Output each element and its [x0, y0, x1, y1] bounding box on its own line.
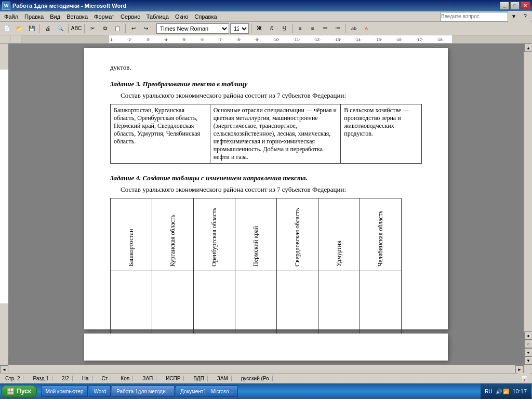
taskbar-word[interactable]: Word [89, 385, 111, 397]
new-button[interactable]: 📄 [1, 23, 12, 34]
rotated-cell-5: Свердловская область [277, 198, 318, 271]
status-page: Стр. 2 [2, 376, 23, 381]
taskbar: 🪟 Пуск Мой компьютер Word Работа 1для ме… [0, 383, 532, 399]
rotated-cell-4: Пермский край [235, 198, 277, 271]
help-button[interactable]: ? [520, 11, 531, 22]
menu-tools[interactable]: Сервис [117, 12, 143, 21]
status-lang: русский (Ро [238, 376, 273, 381]
rotated-cell-7: Челябинская область [360, 198, 402, 271]
lang-indicator: RU [485, 389, 492, 394]
menu-edit[interactable]: Правка [21, 12, 47, 21]
empty-cell-7 [360, 271, 402, 344]
rotated-cell-2: Курганская область [152, 198, 194, 271]
menu-format[interactable]: Формат [91, 12, 117, 21]
maximize-button[interactable]: □ [510, 2, 520, 10]
table-row-empty [111, 271, 402, 344]
task4-desc: Состав уральского экономического района … [110, 185, 422, 194]
bullets-button[interactable]: ≔ [332, 23, 343, 34]
task4-table: Башкортостан Курганская область Оренбург… [110, 198, 402, 344]
vertical-scrollbar[interactable]: ▲ ● ○ ● ▼ [524, 44, 532, 365]
align-left-button[interactable]: ≡ [295, 23, 306, 34]
start-button[interactable]: 🪟 Пуск [1, 385, 37, 397]
menu-insert[interactable]: Вставка [63, 12, 91, 21]
table-cell-1: Башкортостан, Курганская область, Оренбу… [111, 104, 210, 164]
scroll-down-button[interactable]: ▼ [524, 356, 532, 365]
redo-button[interactable]: ↪ [140, 23, 152, 34]
font-size-selector[interactable]: 12 [230, 23, 249, 34]
copy-button[interactable]: ⧉ [99, 23, 111, 34]
numbering-button[interactable]: ≔ [320, 23, 331, 34]
menu-view[interactable]: Вид [47, 12, 63, 21]
status-pagecount: 2/2 [59, 376, 73, 381]
document-area[interactable]: дуктов. Задание 3. Преобразование текста… [8, 44, 524, 365]
status-line: Ст [99, 376, 112, 381]
spell-button[interactable]: ABC [71, 23, 82, 34]
cut-button[interactable]: ✂ [87, 23, 98, 34]
scroll-up-button[interactable]: ▲ [524, 44, 532, 52]
vertical-ruler [0, 44, 8, 365]
table-row-rotated: Башкортостан Курганская область Оренбург… [111, 198, 402, 271]
task3-table: Башкортостан, Курганская область, Оренбу… [110, 104, 422, 164]
menu-table[interactable]: Таблица [143, 12, 172, 21]
horizontal-scrollbar: ◄ ► [0, 365, 532, 373]
ruler: ·1··2··3··4··5· ·6··7··8··9··10· ·11··12… [0, 35, 532, 44]
bold-button[interactable]: Ж [254, 23, 265, 34]
clock: 10:17 [512, 388, 527, 394]
font-color-button[interactable]: A [361, 23, 372, 34]
scroll-left-button[interactable]: ◄ [0, 365, 8, 374]
paste-button[interactable]: 📋 [112, 23, 123, 34]
status-col: Кол [117, 376, 133, 381]
scroll-browse-up[interactable]: ● [524, 331, 532, 340]
highlight-button[interactable]: ab [348, 23, 360, 34]
view-icon[interactable]: 📊 [518, 373, 530, 384]
task3-desc: Состав уральского экономического района … [110, 91, 422, 100]
align-center-button[interactable]: ≡ [307, 23, 318, 34]
taskbar-mycomputer[interactable]: Мой компьютер [41, 385, 88, 397]
status-zap: ЗАП [139, 376, 156, 381]
rotated-cell-1: Башкортостан [111, 198, 152, 271]
system-tray: RU 🔊 📶 10:17 [481, 383, 531, 399]
scroll-browse-select[interactable]: ○ [524, 340, 532, 348]
status-bar: Стр. 2 Разд 1 2/2 На Ст Кол ЗАП ИСПР ВДП… [0, 373, 532, 383]
status-zam: ЗАМ [214, 376, 232, 381]
rotated-cell-6: Удмуртия [318, 198, 360, 271]
taskbar-doc1[interactable]: Документ1 - Microso... [176, 385, 238, 397]
font-selector[interactable]: Times New Roman [156, 23, 229, 34]
open-button[interactable]: 📂 [14, 23, 25, 34]
save-button[interactable]: 💾 [26, 23, 37, 34]
status-ispr: ИСПР [163, 376, 184, 381]
rotated-cell-3: Оренбургская область [194, 198, 235, 271]
underline-button[interactable]: Ч [278, 23, 290, 34]
start-icon: 🪟 [7, 388, 15, 395]
tail-text: дуктов. [110, 63, 422, 72]
undo-button[interactable]: ↩ [128, 23, 139, 34]
menu-bar: Файл Правка Вид Вставка Формат Сервис Та… [0, 11, 532, 22]
tray-icons: 🔊 📶 [496, 389, 510, 394]
minimize-button[interactable]: _ [500, 2, 509, 10]
close-button[interactable]: ✕ [521, 2, 530, 10]
table-cell-3: В сельском хозяйстве — производство зерн… [341, 104, 422, 164]
menu-help[interactable]: Справка [191, 12, 220, 21]
document-page-bottom [84, 334, 448, 361]
app-icon: W [2, 2, 10, 10]
menu-window[interactable]: Окно [172, 12, 192, 21]
task3-heading: Задание 3. Преобразование текста в табли… [110, 80, 422, 88]
help-search[interactable] [441, 12, 508, 21]
menu-file[interactable]: Файл [1, 12, 21, 21]
print-button[interactable]: 🖨 [42, 23, 54, 34]
status-vdp: ВДП [190, 376, 207, 381]
window-controls: _ □ ✕ [500, 2, 530, 10]
empty-cell-2 [152, 271, 194, 344]
svg-rect-2 [0, 70, 8, 303]
italic-button[interactable]: К [266, 23, 277, 34]
preview-button[interactable]: 🔍 [55, 23, 66, 34]
help-arrow[interactable]: ▼ [508, 11, 520, 22]
title-bar: W Работа 1для методички - Microsoft Word… [0, 0, 532, 11]
main-area: дуктов. Задание 3. Преобразование текста… [0, 44, 532, 365]
scroll-browse-down[interactable]: ● [524, 348, 532, 356]
empty-cell-5 [277, 271, 318, 344]
taskbar-work1[interactable]: Работа 1для методи... [112, 385, 175, 397]
table-cell-2: Основные отрасли специализации — чёрная … [210, 104, 341, 164]
window-title: Работа 1для методички - Microsoft Word [12, 3, 126, 9]
status-section: Разд 1 [30, 376, 52, 381]
